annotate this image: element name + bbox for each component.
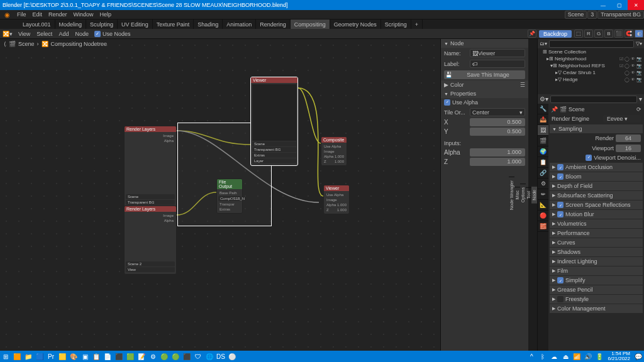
task-icon[interactable]: 🟢 xyxy=(158,351,170,362)
prop-tab[interactable]: 📋 xyxy=(538,157,548,168)
viewport-samples[interactable]: 16 xyxy=(616,145,641,152)
workspace-tab[interactable]: Sculpting xyxy=(86,19,118,29)
sidebar-tab-misc[interactable]: Misc xyxy=(514,187,520,202)
workspace-tab[interactable]: Scripting xyxy=(381,19,411,29)
x-field[interactable]: 0.500 xyxy=(470,118,525,126)
task-icon[interactable]: 📁 xyxy=(23,351,34,362)
workspace-tab[interactable]: Geometry Nodes xyxy=(330,19,381,29)
workspace-tab[interactable]: Shading xyxy=(194,19,223,29)
section-sampling[interactable]: ▼Sampling xyxy=(550,124,643,133)
property-section[interactable]: ▶Performance xyxy=(550,229,643,238)
task-icon[interactable]: ⚙ xyxy=(147,351,158,362)
prop-tab[interactable]: 📐 xyxy=(538,200,548,211)
refresh-icon[interactable]: ⟳ xyxy=(636,106,641,112)
viewer-node-small[interactable]: Viewer Use Alpha Image Alpha1.000 Z1.000 xyxy=(323,185,350,214)
task-icon[interactable]: 📋 xyxy=(91,351,102,362)
task-icon[interactable]: ⬛ xyxy=(113,351,125,362)
workspace-add-button[interactable]: + xyxy=(411,19,423,29)
property-section[interactable]: ▶Subsurface Scattering xyxy=(550,191,643,200)
composite-node[interactable]: Composite Use Alpha Image Alpha1.000 Z1.… xyxy=(321,136,347,166)
notifications-icon[interactable]: 💬 xyxy=(633,351,644,362)
task-icon[interactable]: 🟢 xyxy=(170,351,181,362)
prop-tab[interactable]: 🔧 xyxy=(538,104,548,114)
task-icon[interactable]: ⬛ xyxy=(181,351,192,362)
list-icon[interactable]: ☰ xyxy=(520,82,525,88)
task-icon[interactable]: DS xyxy=(215,351,226,362)
header-view[interactable]: View xyxy=(15,31,33,37)
sidebar-tab-node[interactable]: Node xyxy=(531,186,537,204)
name-field[interactable]: 🖼 Viewer xyxy=(470,49,525,57)
task-icon[interactable]: 📄 xyxy=(102,351,113,362)
header-add[interactable]: Add xyxy=(55,31,72,37)
task-icon[interactable]: 🌐 xyxy=(204,351,215,362)
editor-type-icon[interactable]: 🔀▾ xyxy=(0,31,15,37)
header-node[interactable]: Node xyxy=(72,31,92,37)
property-section[interactable]: ▶Shadows xyxy=(550,248,643,256)
pin-icon[interactable]: 📌 xyxy=(551,106,558,112)
prop-tab[interactable]: 📤 xyxy=(538,114,548,125)
channel-b-icon[interactable]: B xyxy=(604,30,613,38)
menu-help[interactable]: Help xyxy=(97,11,115,18)
prop-tab[interactable]: 🌍 xyxy=(538,146,548,157)
pin-icon[interactable]: 📌 xyxy=(528,30,536,38)
task-icon[interactable]: 🛡 xyxy=(192,351,204,362)
task-icon[interactable]: 🟦 xyxy=(34,351,45,362)
home-icon[interactable]: ⟨ xyxy=(4,41,6,47)
property-section[interactable]: ▶✓Ambient Occlusion xyxy=(550,163,643,172)
prop-tab[interactable]: 🔴 xyxy=(538,211,548,221)
window-minimize-button[interactable]: — xyxy=(595,0,611,10)
scene-selector[interactable]: Scene xyxy=(565,11,587,19)
property-section[interactable]: ▶Curves xyxy=(550,238,643,247)
prop-tab[interactable]: ✏ xyxy=(538,189,548,200)
render-engine-select[interactable]: Eevee ▾ xyxy=(603,115,641,123)
workspace-tab[interactable]: Texture Paint xyxy=(153,19,194,29)
task-icon[interactable]: ⚪ xyxy=(226,351,238,362)
channel-a-icon[interactable]: ⬛ xyxy=(614,30,623,38)
workspace-tab[interactable]: Rendering xyxy=(256,19,291,29)
save-image-button[interactable]: 💾Save This Image xyxy=(444,70,525,79)
checkmark-icon[interactable]: ✓ xyxy=(444,99,450,106)
scene-count[interactable]: 3 xyxy=(587,11,597,19)
channel-c-icon[interactable]: ⬚ xyxy=(574,30,583,38)
property-section[interactable]: ▶✓Simplify xyxy=(550,276,643,285)
menu-render[interactable]: Render xyxy=(45,11,70,18)
volume-icon[interactable]: 🔊 xyxy=(582,351,594,362)
property-section[interactable]: ▶✓Bloom xyxy=(550,172,643,181)
viewer-node-large[interactable]: Viewer Scene Transparent BG Extras Layer xyxy=(250,77,298,166)
channel-g-icon[interactable]: G xyxy=(594,30,603,38)
property-section[interactable]: ▶Volumetrics xyxy=(550,219,643,228)
outliner-search[interactable] xyxy=(549,40,634,48)
eject-icon[interactable]: ⏏ xyxy=(560,351,571,362)
header-select[interactable]: Select xyxy=(33,31,55,37)
render-layers-node[interactable]: Render Layers Image Alpha Scene 2 View xyxy=(124,206,177,275)
task-icon[interactable]: 🟧 xyxy=(11,351,23,362)
render-layers-node[interactable]: Render Layers Image Alpha Scene Transpar… xyxy=(124,126,177,207)
sidebar-tab-nodewrangler[interactable]: Node Wrangler xyxy=(509,177,514,213)
panel-header-node[interactable]: ▼Node xyxy=(441,39,528,48)
y-field[interactable]: 0.500 xyxy=(470,128,525,136)
task-icon[interactable]: ▣ xyxy=(79,351,91,362)
task-icon[interactable]: 🟩 xyxy=(125,351,136,362)
render-samples[interactable]: 64 xyxy=(616,134,641,142)
snap-icon[interactable]: 🧲 xyxy=(625,30,633,38)
workspace-tab-active[interactable]: Compositing xyxy=(291,19,330,29)
prop-tab[interactable]: ⚙ xyxy=(538,178,548,189)
wifi-icon[interactable]: 📶 xyxy=(571,351,582,362)
property-section[interactable]: ▶Indirect Lighting xyxy=(550,257,643,266)
use-nodes-checkbox[interactable]: ✓ Use Nodes xyxy=(92,31,133,37)
sidebar-tab-tool[interactable]: Tool xyxy=(526,187,531,202)
property-section[interactable]: ▶Depth of Field xyxy=(550,182,643,190)
menu-edit[interactable]: Edit xyxy=(30,11,46,18)
prop-tab[interactable]: 🔗 xyxy=(538,168,548,178)
label-field[interactable]: 🏷 xyxy=(470,60,525,68)
prop-tab[interactable]: 🎬 xyxy=(538,136,548,146)
file-output-node[interactable]: File Output Base Path CompOS18_N Transpa… xyxy=(216,178,243,214)
task-icon[interactable]: 🎨 xyxy=(68,351,79,362)
viewlayer-selector[interactable]: Transparent BG xyxy=(597,11,644,19)
property-section[interactable]: ▶Color Management xyxy=(550,304,643,313)
filter-icon[interactable]: ▽▾ xyxy=(636,41,642,47)
prop-tab[interactable]: 🧱 xyxy=(538,221,548,232)
overlay-icon[interactable]: ◐ xyxy=(635,30,643,38)
workspace-tab[interactable]: Animation xyxy=(223,19,256,29)
outliner-mode-icon[interactable]: 🗂▾ xyxy=(540,41,547,47)
